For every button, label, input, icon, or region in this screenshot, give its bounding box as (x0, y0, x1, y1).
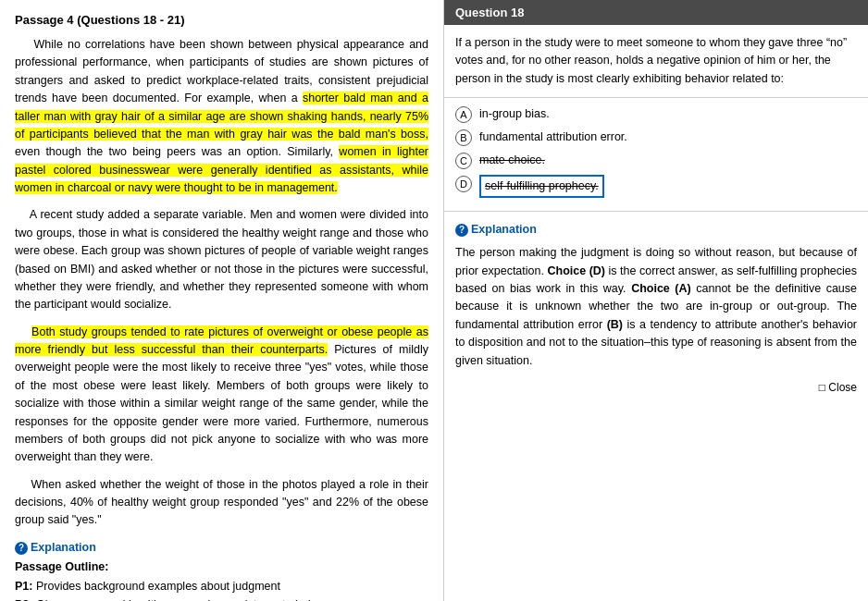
close-button[interactable]: Close (819, 381, 857, 394)
passage-title: Passage 4 (Questions 18 - 21) (15, 13, 428, 27)
p3-text-1 (15, 325, 31, 338)
p3-text-2: Pictures of mildly overweight people wer… (15, 343, 428, 463)
option-b-letter: B (455, 129, 472, 146)
right-explanation-body: The person making the judgment is doing … (455, 244, 857, 370)
left-explanation-section: ?Explanation Passage Outline: P1: Provid… (15, 541, 428, 601)
p2-text: A recent study added a separate variable… (15, 208, 428, 311)
question-text: If a person in the study were to meet so… (455, 36, 847, 85)
explanation-icon: ? (15, 542, 28, 555)
right-panel: Question 18 If a person in the study wer… (444, 0, 868, 601)
outline-label-1: P1: (15, 580, 32, 593)
exp-choice-a: Choice (A) (631, 282, 691, 295)
option-a[interactable]: A in-group bias. (455, 105, 857, 123)
p4-text: When asked whether the weight of those i… (15, 478, 428, 527)
outline-text-1: Provides background examples about judgm… (36, 580, 280, 593)
right-explanation-section: ?Explanation The person making the judgm… (444, 211, 868, 406)
option-d-text: self-fulfilling prophecy. (479, 175, 604, 198)
option-d-letter: D (455, 176, 472, 192)
p1-text-2: even though the two being peers was an o… (15, 145, 339, 158)
right-explanation-icon: ? (455, 224, 468, 237)
option-d[interactable]: D self-fulfilling prophecy. (455, 175, 857, 198)
paragraph-4: When asked whether the weight of those i… (15, 476, 428, 530)
right-explanation-label: ?Explanation (455, 221, 857, 239)
question-body: If a person in the study were to meet so… (444, 25, 868, 98)
paragraph-1: While no correlations have been shown be… (15, 36, 428, 197)
option-a-text: in-group bias. (479, 105, 550, 123)
paragraph-3: Both study groups tended to rate picture… (15, 324, 428, 467)
left-explanation-label: ?Explanation (15, 541, 428, 555)
outline-item-1: P1: Provides background examples about j… (15, 577, 428, 595)
paragraph-2: A recent study added a separate variable… (15, 206, 428, 313)
outline-list: P1: Provides background examples about j… (15, 577, 428, 601)
close-link-container: Close (455, 379, 857, 397)
exp-choice-d: Choice (D) (547, 264, 605, 277)
outline-title: Passage Outline: (15, 560, 428, 573)
option-c[interactable]: C mate choice. (455, 152, 857, 169)
option-b[interactable]: B fundamental attribution error. (455, 129, 857, 146)
exp-choice-b: (B) (607, 318, 623, 331)
option-a-letter: A (455, 106, 472, 123)
option-b-text: fundamental attribution error. (479, 129, 627, 146)
question-header: Question 18 (444, 0, 868, 25)
outline-item-2: P2: Obese group and healthy group shown … (15, 595, 428, 601)
left-panel: Passage 4 (Questions 18 - 21) While no c… (0, 0, 444, 601)
option-c-letter: C (455, 153, 472, 169)
answer-options: A in-group bias. B fundamental attributi… (444, 98, 868, 211)
option-c-text: mate choice. (479, 152, 545, 169)
